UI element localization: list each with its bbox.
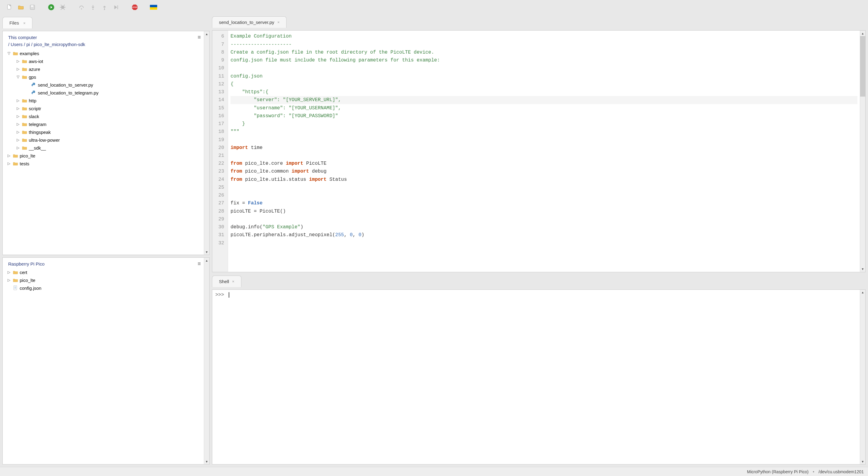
tree-folder-gps[interactable]: ▽gps xyxy=(13,73,204,81)
open-file-button[interactable] xyxy=(17,3,26,12)
svg-point-7 xyxy=(104,9,105,10)
panel-menu-icon[interactable]: ≡ xyxy=(197,34,201,40)
breadcrumb: / Users / pi / pico_lte_micropython-sdk xyxy=(4,42,204,50)
text-cursor xyxy=(229,292,229,298)
svg-point-13 xyxy=(33,83,33,84)
tree-folder-tests[interactable]: ▷tests xyxy=(4,160,204,167)
tree-label: azure xyxy=(29,67,40,72)
chevron-right-icon: ▷ xyxy=(6,278,11,283)
tree-folder-cert[interactable]: ▷cert xyxy=(4,268,204,276)
tree-file-send-telegram[interactable]: send_location_to_telegram.py xyxy=(22,89,204,97)
tree-folder-picolte[interactable]: ▷pico_lte xyxy=(4,152,204,160)
step-over-icon xyxy=(78,4,85,10)
chevron-right-icon: ▷ xyxy=(16,145,20,150)
support-ukraine-button[interactable] xyxy=(149,3,158,12)
tree-label: config.json xyxy=(20,286,41,291)
chevron-right-icon: ▷ xyxy=(16,137,20,142)
breadcrumb-sdk[interactable]: pico_lte_micropython-sdk xyxy=(34,42,85,47)
tree-folder-http[interactable]: ▷http xyxy=(13,97,204,104)
editor-tab[interactable]: send_location_to_server.py × xyxy=(212,17,286,28)
close-icon[interactable]: × xyxy=(232,279,235,284)
tree-file-send-server[interactable]: send_location_to_server.py xyxy=(22,81,204,89)
shell-scrollbar[interactable]: ▲ ▼ xyxy=(860,290,865,464)
device-files-scrollbar[interactable]: ▲ ▼ xyxy=(204,258,209,464)
local-files-scrollbar[interactable]: ▲ ▼ xyxy=(204,31,209,255)
debug-button[interactable] xyxy=(58,3,67,12)
tree-label: __sdk__ xyxy=(29,145,46,151)
shell-tab[interactable]: Shell × xyxy=(212,276,241,287)
this-computer-header[interactable]: This computer xyxy=(8,35,37,40)
close-icon[interactable]: × xyxy=(277,20,280,25)
tree-label: ultra-low-power xyxy=(29,137,60,142)
folder-icon xyxy=(12,277,19,283)
resume-icon xyxy=(113,4,119,10)
tree-file-config[interactable]: config.json xyxy=(4,284,204,292)
scroll-thumb[interactable] xyxy=(860,36,865,96)
chevron-right-icon: ▷ xyxy=(16,59,20,64)
device-header[interactable]: Raspberry Pi Pico xyxy=(8,261,44,266)
close-icon[interactable]: × xyxy=(23,21,26,26)
panel-menu-icon[interactable]: ≡ xyxy=(197,261,201,267)
scroll-up-icon[interactable]: ▲ xyxy=(204,258,209,263)
shell-panel[interactable]: >>> ▲ ▼ xyxy=(212,289,866,465)
tree-folder-azure[interactable]: ▷azure xyxy=(13,65,204,73)
local-files-panel: This computer ≡ / Users / pi / xyxy=(2,31,210,255)
folder-icon xyxy=(22,97,28,103)
scroll-down-icon[interactable]: ▼ xyxy=(860,266,865,272)
tree-label: http xyxy=(29,98,36,103)
tree-folder-aws-iot[interactable]: ▷aws-iot xyxy=(13,57,204,65)
folder-icon xyxy=(12,160,19,166)
stop-icon: STOP xyxy=(131,4,138,11)
tree-folder-thingspeak[interactable]: ▷thingspeak xyxy=(13,128,204,136)
folder-icon xyxy=(22,129,28,135)
tree-folder-telegram[interactable]: ▷telegram xyxy=(13,120,204,128)
step-into-button[interactable] xyxy=(88,3,97,12)
breadcrumb-sep: / xyxy=(24,42,25,47)
tree-folder-slack[interactable]: ▷slack xyxy=(13,112,204,120)
files-tab[interactable]: Files × xyxy=(2,17,32,28)
tree-label: tests xyxy=(20,161,29,166)
resume-button[interactable] xyxy=(112,3,121,12)
svg-rect-8 xyxy=(118,5,118,9)
files-tab-label: Files xyxy=(9,20,19,26)
chevron-right-icon: ▷ xyxy=(16,67,20,71)
step-into-icon xyxy=(90,4,96,10)
scroll-down-icon[interactable]: ▼ xyxy=(860,459,865,464)
code-area[interactable]: Example Configuration-------------------… xyxy=(228,31,860,272)
scroll-down-icon[interactable]: ▼ xyxy=(204,459,209,464)
folder-icon xyxy=(12,269,19,275)
tree-label: thingspeak xyxy=(29,130,51,135)
breadcrumb-pi[interactable]: pi xyxy=(26,42,30,47)
run-button[interactable] xyxy=(46,3,56,12)
scroll-up-icon[interactable]: ▲ xyxy=(204,31,209,37)
scroll-up-icon[interactable]: ▲ xyxy=(860,290,865,295)
tree-folder-sdk[interactable]: ▷__sdk__ xyxy=(13,144,204,152)
tree-folder-scriptr[interactable]: ▷scriptr xyxy=(13,104,204,112)
editor-scrollbar[interactable]: ▲ ▼ xyxy=(860,31,865,272)
line-number-gutter: 6789101112131415161718192021222324252627… xyxy=(212,31,228,272)
breadcrumb-users[interactable]: Users xyxy=(10,42,23,47)
status-bar: MicroPython (Raspberry Pi Pico) • /dev/c… xyxy=(0,467,868,476)
tree-label: pico_lte xyxy=(20,153,35,158)
code-editor[interactable]: 6789101112131415161718192021222324252627… xyxy=(212,30,866,272)
breadcrumb-root[interactable]: / xyxy=(8,42,9,47)
save-button[interactable] xyxy=(28,3,37,12)
tree-folder-examples[interactable]: ▽ examples xyxy=(4,50,204,57)
tree-folder-ulp[interactable]: ▷ultra-low-power xyxy=(13,136,204,144)
step-over-button[interactable] xyxy=(77,3,86,12)
scroll-down-icon[interactable]: ▼ xyxy=(204,249,209,255)
new-file-button[interactable] xyxy=(5,3,14,12)
svg-point-4 xyxy=(61,6,64,9)
status-interpreter[interactable]: MicroPython (Raspberry Pi Pico) xyxy=(747,469,809,474)
chevron-right-icon: ▷ xyxy=(6,161,11,166)
stop-button[interactable]: STOP xyxy=(130,3,139,12)
folder-icon xyxy=(12,153,19,159)
scroll-up-icon[interactable]: ▲ xyxy=(860,31,865,36)
folder-icon xyxy=(22,113,28,119)
svg-rect-11 xyxy=(150,5,157,7)
status-port[interactable]: /dev/cu.usbmodem1201 xyxy=(818,469,864,474)
folder-icon xyxy=(22,105,28,112)
tree-label: send_location_to_server.py xyxy=(38,82,93,88)
tree-folder-device-picolte[interactable]: ▷pico_lte xyxy=(4,276,204,284)
step-out-button[interactable] xyxy=(100,3,109,12)
